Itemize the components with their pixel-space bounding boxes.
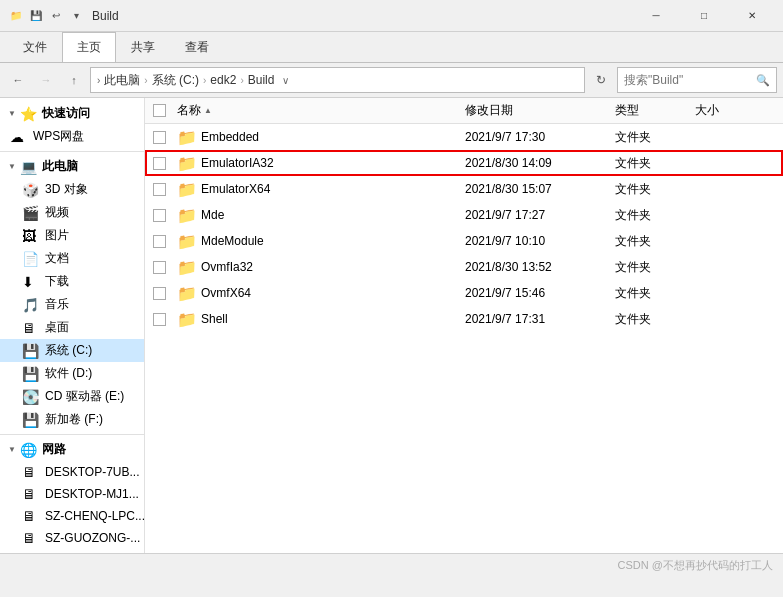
sidebar-section-quick-access[interactable]: ▼ ⭐ 快速访问 [0, 102, 144, 125]
checkbox-emulatorIA32[interactable] [153, 157, 166, 170]
back-button[interactable]: ← [6, 68, 30, 92]
folder-icon-ovmfia32: 📁 [177, 258, 197, 277]
d-drive-label: 软件 (D:) [45, 365, 92, 382]
header-name[interactable]: 名称 ▲ [177, 102, 465, 119]
save-icon[interactable]: 💾 [28, 8, 44, 24]
tab-home[interactable]: 主页 [62, 32, 116, 62]
sidebar-item-video[interactable]: 🎬 视频 [0, 201, 144, 224]
checkbox-emulatorX64[interactable] [153, 183, 166, 196]
close-button[interactable]: ✕ [729, 0, 775, 32]
sep2: › [203, 75, 206, 86]
d-drive-icon: 💾 [22, 366, 40, 382]
address-box[interactable]: › 此电脑 › 系统 (C:) › edk2 › Build ∨ [90, 67, 585, 93]
header-type[interactable]: 类型 [615, 102, 695, 119]
file-row-ovmfia32[interactable]: 📁 OvmfIa32 2021/8/30 13:52 文件夹 [145, 254, 783, 280]
file-type-emulatorX64: 文件夹 [615, 181, 695, 198]
sidebar-item-wps[interactable]: ☁ WPS网盘 [0, 125, 144, 148]
search-box[interactable]: 🔍 [617, 67, 777, 93]
cd-drive-label: CD 驱动器 (E:) [45, 388, 124, 405]
sidebar-section-network[interactable]: ▼ 🌐 网路 [0, 438, 144, 461]
file-row-embedded[interactable]: 📁 Embedded 2021/9/7 17:30 文件夹 [145, 124, 783, 150]
docs-icon: 📄 [22, 251, 40, 267]
maximize-button[interactable]: □ [681, 0, 727, 32]
check-mde[interactable] [153, 209, 177, 222]
folder-icon-embedded: 📁 [177, 128, 197, 147]
sidebar-item-c-drive[interactable]: 💾 系统 (C:) [0, 339, 144, 362]
sidebar-item-docs[interactable]: 📄 文档 [0, 247, 144, 270]
sidebar-item-d-drive[interactable]: 💾 软件 (D:) [0, 362, 144, 385]
file-row-ovmfx64[interactable]: 📁 OvmfX64 2021/9/7 15:46 文件夹 [145, 280, 783, 306]
checkbox-mde[interactable] [153, 209, 166, 222]
wps-icon: ☁ [10, 129, 28, 145]
szchenq-icon: 🖥 [22, 508, 40, 524]
folder-icon-ovmfx64: 📁 [177, 284, 197, 303]
sidebar-item-szguozong[interactable]: 🖥 SZ-GUOZONG-... [0, 527, 144, 549]
sidebar-item-pictures[interactable]: 🖼 图片 [0, 224, 144, 247]
check-emulatorIA32[interactable] [153, 157, 177, 170]
check-mdemodule[interactable] [153, 235, 177, 248]
music-label: 音乐 [45, 296, 69, 313]
this-pc-label: 此电脑 [42, 158, 78, 175]
search-icon[interactable]: 🔍 [756, 74, 770, 87]
file-date-embedded: 2021/9/7 17:30 [465, 130, 615, 144]
breadcrumb-drive[interactable]: 系统 (C:) [152, 72, 199, 89]
tab-file[interactable]: 文件 [8, 32, 62, 62]
sidebar-item-music[interactable]: 🎵 音乐 [0, 293, 144, 316]
address-chevron: › [97, 75, 100, 86]
search-input[interactable] [624, 73, 752, 87]
header-size[interactable]: 大小 [695, 102, 775, 119]
file-type-mde: 文件夹 [615, 207, 695, 224]
sidebar-item-desktopmj1[interactable]: 🖥 DESKTOP-MJ1... [0, 483, 144, 505]
checkbox-shell[interactable] [153, 313, 166, 326]
quick-access-arrow: ▼ [8, 109, 16, 118]
up-button[interactable]: ↑ [62, 68, 86, 92]
network-arrow: ▼ [8, 445, 16, 454]
sidebar-item-3d[interactable]: 🎲 3D 对象 [0, 178, 144, 201]
address-dropdown-arrow[interactable]: ∨ [282, 75, 289, 86]
sidebar-item-cd-drive[interactable]: 💽 CD 驱动器 (E:) [0, 385, 144, 408]
sidebar-item-f-drive[interactable]: 💾 新加卷 (F:) [0, 408, 144, 431]
file-row-emulatorIA32[interactable]: 📁 EmulatorIA32 2021/8/30 14:09 文件夹 [145, 150, 783, 176]
sidebar-item-downloads[interactable]: ⬇ 下载 [0, 270, 144, 293]
check-emulatorX64[interactable] [153, 183, 177, 196]
sidebar-item-desktop[interactable]: 🖥 桌面 [0, 316, 144, 339]
this-pc-arrow: ▼ [8, 162, 16, 171]
file-row-mdemodule[interactable]: 📁 MdeModule 2021/9/7 10:10 文件夹 [145, 228, 783, 254]
file-row-emulatorX64[interactable]: 📁 EmulatorX64 2021/8/30 15:07 文件夹 [145, 176, 783, 202]
sidebar-item-szzhongyi[interactable]: 🖥 SZ-ZHONGYI... [0, 549, 144, 553]
file-row-shell[interactable]: 📁 Shell 2021/9/7 17:31 文件夹 [145, 306, 783, 332]
header-check[interactable] [153, 104, 177, 117]
pictures-label: 图片 [45, 227, 69, 244]
tab-view[interactable]: 查看 [170, 32, 224, 62]
sidebar-section-this-pc[interactable]: ▼ 💻 此电脑 [0, 155, 144, 178]
check-ovmfia32[interactable] [153, 261, 177, 274]
file-date-emulatorIA32: 2021/8/30 14:09 [465, 156, 615, 170]
sidebar-item-szchenq[interactable]: 🖥 SZ-CHENQ-LPC... [0, 505, 144, 527]
forward-button[interactable]: → [34, 68, 58, 92]
checkbox-ovmfx64[interactable] [153, 287, 166, 300]
breadcrumb-pc[interactable]: 此电脑 [104, 72, 140, 89]
checkbox-mdemodule[interactable] [153, 235, 166, 248]
breadcrumb-build[interactable]: Build [248, 73, 275, 87]
downloads-label: 下载 [45, 273, 69, 290]
check-embedded[interactable] [153, 131, 177, 144]
undo-icon[interactable]: ↩ [48, 8, 64, 24]
header-checkbox[interactable] [153, 104, 166, 117]
breadcrumb-edk2[interactable]: edk2 [210, 73, 236, 87]
desktop-label: 桌面 [45, 319, 69, 336]
check-shell[interactable] [153, 313, 177, 326]
refresh-button[interactable]: ↻ [589, 68, 613, 92]
folder-icon-shell: 📁 [177, 310, 197, 329]
file-row-mde[interactable]: 📁 Mde 2021/9/7 17:27 文件夹 [145, 202, 783, 228]
checkbox-ovmfia32[interactable] [153, 261, 166, 274]
file-name-emulatorIA32: EmulatorIA32 [201, 156, 465, 170]
szzhongyi-icon: 🖥 [22, 552, 40, 553]
tab-share[interactable]: 共享 [116, 32, 170, 62]
check-ovmfx64[interactable] [153, 287, 177, 300]
checkbox-embedded[interactable] [153, 131, 166, 144]
header-date[interactable]: 修改日期 [465, 102, 615, 119]
sidebar-divider-1 [0, 151, 144, 152]
minimize-button[interactable]: ─ [633, 0, 679, 32]
sidebar-item-desktop7ub[interactable]: 🖥 DESKTOP-7UB... [0, 461, 144, 483]
quick-access-dropdown[interactable]: ▾ [68, 8, 84, 24]
